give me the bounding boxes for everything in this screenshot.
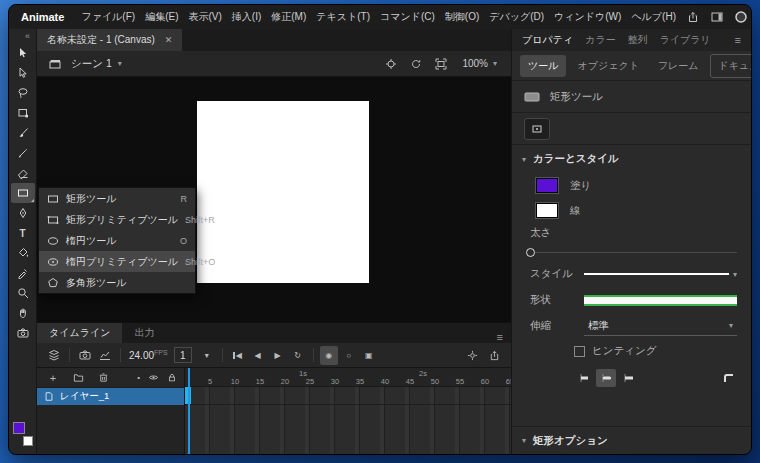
subselection-tool-button[interactable] [11,63,35,83]
chart-icon[interactable] [96,346,114,365]
slider-knob[interactable] [526,248,535,257]
brush-tool-button[interactable] [11,123,35,143]
zoom-level-select[interactable]: 100% ▾ [456,56,503,71]
width-profile-select[interactable] [584,295,737,306]
menu-edit[interactable]: 編集(E) [140,5,183,29]
current-frame-field[interactable]: 1 [174,347,192,363]
cap-round-button[interactable] [596,369,616,387]
export-icon[interactable] [485,346,503,365]
menu-insert[interactable]: 挿入(I) [227,5,266,29]
text-tool-button[interactable]: T [11,223,35,243]
lock-column-icon[interactable] [167,372,177,383]
menu-control[interactable]: 制御(O) [440,5,484,29]
flyout-item-polystar[interactable]: 多角形ツール [39,272,195,293]
scene-chevron-icon[interactable]: ▾ [118,59,122,68]
delete-layer-icon[interactable] [94,368,112,387]
slider-track[interactable] [535,252,737,253]
menu-window[interactable]: ウィンドウ(W) [549,5,626,29]
workspace-icon[interactable] [705,5,729,29]
play-button[interactable]: ▶ [269,346,287,365]
scene-name[interactable]: シーン 1 [71,57,112,71]
fill-swatch[interactable] [536,178,558,193]
rectangle-tool-button[interactable] [11,183,35,203]
tab-output[interactable]: 出力 [122,323,166,343]
tab-library[interactable]: ライブラリ [660,33,711,47]
layer-row[interactable]: レイヤー_1 [37,388,184,405]
subtab-document[interactable]: ドキュメント [710,54,752,78]
subtab-tool[interactable]: ツール [520,55,566,77]
rectangle-options-section-header[interactable]: ▾ 矩形オプション [512,426,751,454]
tab-align[interactable]: 整列 [628,33,648,47]
frames-area[interactable]: 1s 2s 5 10 15 20 25 30 35 40 45 50 [185,368,511,454]
visibility-column-icon[interactable] [148,372,159,383]
join-style-button[interactable] [719,369,739,387]
fill-color-swatch[interactable] [13,422,25,434]
eyedropper-tool-button[interactable] [11,263,35,283]
tool-color-swatches[interactable] [13,422,33,446]
flyout-item-oval-primitive[interactable]: 楕円プリミティブツール Shift+O [39,251,195,272]
playhead[interactable] [188,368,190,454]
hinting-checkbox[interactable] [574,346,585,357]
edit-multiple-frames-button[interactable]: ▣ [360,346,378,365]
menu-text[interactable]: テキスト(T) [311,5,375,29]
center-stage-icon[interactable] [381,54,401,74]
zoom-tool-button[interactable] [11,283,35,303]
hand-tool-button[interactable] [11,303,35,323]
eraser-tool-button[interactable] [11,163,35,183]
circle-icon[interactable] [729,5,752,29]
selection-tool-button[interactable] [11,43,35,63]
tab-color[interactable]: カラー [585,33,615,47]
highlight-column-icon[interactable]: • [137,373,140,382]
loop-button[interactable]: ↻ [289,346,307,365]
rotation-icon[interactable] [406,54,426,74]
lasso-tool-button[interactable] [11,83,35,103]
fps-display[interactable]: 24.00FPS [129,349,168,361]
subtab-frame[interactable]: フレーム [650,55,707,77]
go-to-first-frame-button[interactable]: ◀ [229,346,247,365]
object-drawing-mode-button[interactable] [524,118,550,140]
close-document-icon[interactable]: ✕ [165,35,173,45]
tab-properties[interactable]: プロパティ [522,33,573,47]
onion-skin-outline-button[interactable]: ○ [340,346,358,365]
layers-icon[interactable] [45,346,63,365]
pen-tool-button[interactable] [11,203,35,223]
subtab-object[interactable]: オブジェクト [569,55,646,77]
onion-skin-button[interactable]: ◉ [320,346,338,365]
paint-bucket-tool-button[interactable] [11,243,35,263]
menu-help[interactable]: ヘルプ(H) [626,5,681,29]
scale-select[interactable]: 標準 ▾ [584,316,737,336]
stroke-color-swatch[interactable] [23,436,33,446]
frame-dropdown-icon[interactable]: ▾ [198,346,216,365]
stroke-swatch[interactable] [536,203,558,218]
center-playhead-icon[interactable] [463,346,481,365]
color-style-section-header[interactable]: ▾ カラーとスタイル [512,145,751,173]
menu-debug[interactable]: デバッグ(D) [484,5,549,29]
flyout-item-rectangle-primitive[interactable]: 矩形プリミティブツール Shift+R [39,209,195,230]
camera-tool-button[interactable] [11,323,35,343]
stroke-style-select[interactable]: ▾ [584,266,737,282]
layer-list-empty[interactable] [37,405,184,454]
timeline-ruler[interactable]: 1s 2s 5 10 15 20 25 30 35 40 45 50 [185,368,511,387]
timeline-menu-icon[interactable]: ≡ [489,331,511,343]
menu-file[interactable]: ファイル(F) [76,5,140,29]
tab-timeline[interactable]: タイムライン [37,323,122,343]
previous-frame-button[interactable]: ◀ [249,346,267,365]
new-folder-icon[interactable] [69,368,87,387]
menu-modify[interactable]: 修正(M) [266,5,311,29]
properties-menu-icon[interactable]: ≡ [735,34,741,46]
camera-icon[interactable] [76,346,94,365]
new-layer-button[interactable]: + [44,368,62,387]
stage-canvas[interactable] [197,101,369,283]
cap-square-button[interactable] [618,369,638,387]
clip-stage-icon[interactable] [431,54,451,74]
document-tab[interactable]: 名称未設定 - 1 (Canvas) ✕ [37,29,183,51]
flyout-item-oval[interactable]: 楕円ツール O [39,230,195,251]
collapse-tools-icon[interactable]: « [25,30,36,43]
menu-view[interactable]: 表示(V) [183,5,226,29]
frames-grid[interactable] [185,387,511,454]
pencil-tool-button[interactable] [11,143,35,163]
stroke-size-slider[interactable] [512,243,751,261]
flyout-item-rectangle[interactable]: 矩形ツール R [39,188,195,209]
share-icon[interactable] [681,5,705,29]
menu-commands[interactable]: コマンド(C) [375,5,440,29]
